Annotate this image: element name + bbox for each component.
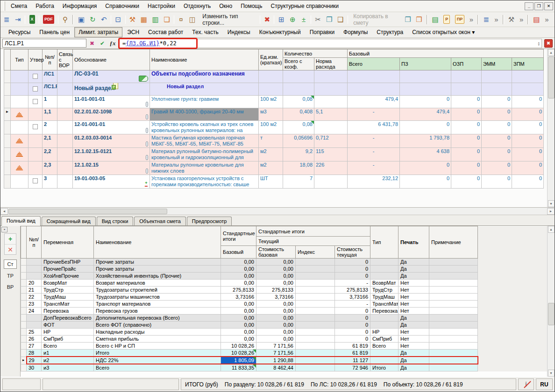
- restore-button[interactable]: ❐: [534, 2, 543, 10]
- cell-qty[interactable]: 0,05696: [283, 134, 314, 148]
- toolbar-overflow-chevron[interactable]: »: [493, 14, 502, 25]
- cell-zpm[interactable]: 0: [512, 148, 544, 161]
- formula-cancel-icon[interactable]: ✖: [87, 39, 97, 48]
- cell-unit[interactable]: т: [259, 134, 283, 148]
- cell-type[interactable]: [11, 121, 28, 134]
- cell-cost-current[interactable]: 72 946: [335, 364, 370, 371]
- cell-num[interactable]: 2,1: [43, 134, 57, 148]
- scroll-down-icon[interactable]: ▼: [548, 200, 555, 207]
- cell-num[interactable]: 1,1: [43, 108, 57, 121]
- cell-cost-base[interactable]: 0,00: [256, 301, 296, 308]
- header-num[interactable]: №п/п: [43, 49, 57, 70]
- cell-qty[interactable]: 18,08: [283, 161, 314, 175]
- header-code[interactable]: Обоснование: [73, 49, 150, 70]
- cell-variable[interactable]: Перевозка: [42, 308, 94, 315]
- scroll-right-icon[interactable]: ►: [547, 208, 555, 215]
- cell-variable[interactable]: ХозИнвПрочие: [42, 273, 94, 280]
- view-tab-full[interactable]: Полный вид: [1, 216, 41, 226]
- cell-pz[interactable]: [400, 70, 451, 83]
- header-approve[interactable]: Утвер: [28, 49, 43, 70]
- cell-variable[interactable]: ДопПеревозкаВсего: [42, 315, 94, 322]
- cell-num[interactable]: 2: [43, 121, 57, 134]
- cell-note[interactable]: [429, 364, 478, 371]
- pdf-export-icon[interactable]: PDF: [42, 14, 58, 25]
- cell-variable[interactable]: Всего: [42, 343, 94, 350]
- totals-row[interactable]: ► 29 и2 НДС 22% 1 805,09 1 290,88 11 127…: [21, 357, 548, 364]
- header-index[interactable]: Индекс: [296, 246, 335, 259]
- cell-name[interactable]: Уплотнение грунта: гравием: [150, 96, 259, 108]
- header-emm[interactable]: ЭММ: [482, 58, 512, 70]
- cell-approve[interactable]: [28, 96, 43, 108]
- cell-cost-current[interactable]: 0: [335, 322, 370, 329]
- cell-num[interactable]: [27, 315, 42, 322]
- estimate-row[interactable]: 3 19-01-003-05 Установка газогорелочных …: [4, 175, 544, 189]
- cell-norm[interactable]: [314, 70, 348, 83]
- cell-code[interactable]: 11-01-001-01: [73, 96, 150, 108]
- cell-num[interactable]: 21: [27, 287, 42, 294]
- cell-pz[interactable]: 0: [400, 161, 451, 175]
- cell-index[interactable]: [296, 336, 335, 343]
- paste-fragment-icon[interactable]: ❒: [415, 14, 426, 25]
- estimate-row[interactable]: 2,3 12.1.02.15 Материалы рулонные кровел…: [4, 161, 544, 175]
- side-tab-vr[interactable]: ВР: [5, 283, 16, 291]
- cell-norm[interactable]: [314, 83, 348, 96]
- cell-name[interactable]: Транспорт материалов: [94, 301, 221, 308]
- cell-type[interactable]: [11, 148, 28, 161]
- cell-vor[interactable]: [57, 96, 73, 108]
- approve-checkbox[interactable]: [33, 86, 38, 91]
- cell-cost-current[interactable]: 11 127: [335, 357, 370, 364]
- totals-row[interactable]: 26 СмПриб Сметная прибыль 0,00 0,00 0 См…: [21, 336, 548, 343]
- estimate-row[interactable]: ЛС1 ЛС-03-01 Объекты подсобного назначен…: [4, 70, 544, 83]
- cell-cost-base[interactable]: 8 462,44: [256, 364, 296, 371]
- cell-type[interactable]: [11, 175, 28, 189]
- excel-export-icon[interactable]: X: [28, 14, 39, 25]
- cell-ozp[interactable]: 0: [451, 134, 482, 148]
- books-icon[interactable]: ▤: [532, 14, 544, 25]
- cell-ozp[interactable]: 0: [451, 148, 482, 161]
- cell-type[interactable]: [11, 96, 28, 108]
- cell-print[interactable]: Да: [398, 315, 429, 322]
- cell-cost-base[interactable]: 7 171,56: [256, 350, 296, 357]
- cell-type[interactable]: [11, 134, 28, 148]
- templates-icon[interactable]: ≣: [482, 14, 493, 25]
- main-vertical-scrollbar[interactable]: ▲ ▼: [547, 49, 555, 207]
- header-base[interactable]: Базовый: [221, 246, 256, 259]
- cell-qty[interactable]: [283, 83, 314, 96]
- cell-tip[interactable]: [370, 273, 398, 280]
- totals-row[interactable]: 20 ВозврМат Возврат материалов 0,00 0,00…: [21, 280, 548, 287]
- cell-norm[interactable]: [314, 96, 348, 108]
- cell-cost-base[interactable]: 0,00: [256, 280, 296, 287]
- cell-ozp[interactable]: 0: [451, 175, 482, 189]
- cell-index[interactable]: [296, 287, 335, 294]
- cell-index[interactable]: [296, 329, 335, 336]
- cell-name[interactable]: Мастика битумная кровельная горячая МБКГ…: [150, 134, 259, 148]
- cell-note[interactable]: [429, 280, 478, 287]
- approve-checkbox[interactable]: [33, 74, 38, 79]
- cell-norm[interactable]: [314, 121, 348, 134]
- cell-variable[interactable]: ПрочиеБезПНР: [42, 259, 94, 266]
- cell-print[interactable]: Нет: [398, 343, 429, 350]
- header-cost-base[interactable]: Стоимость базовая: [256, 246, 296, 259]
- cell-name[interactable]: Всего с НР и СП: [94, 343, 221, 350]
- cell-num[interactable]: [27, 273, 42, 280]
- unlock-cell-icon[interactable]: ⊡: [114, 14, 125, 25]
- estimate-row[interactable]: ЛС1.Р1 Новый раздел Новый раздел: [4, 83, 544, 96]
- header-unit[interactable]: Ед.изм. (краткая): [259, 49, 283, 70]
- minimize-button[interactable]: _: [525, 2, 534, 10]
- cell-cost-current[interactable]: 0: [335, 259, 370, 266]
- cell-emm[interactable]: 0: [482, 108, 512, 121]
- cell-zpm[interactable]: 0: [512, 108, 544, 121]
- cell-name[interactable]: Прочие затраты: [94, 259, 221, 266]
- comment-icon[interactable]: ❏: [163, 14, 174, 25]
- cell-print[interactable]: Нет: [398, 308, 429, 315]
- cell-base-total[interactable]: [348, 70, 400, 83]
- cell-note[interactable]: [429, 357, 478, 364]
- cell-pz[interactable]: 0: [400, 96, 451, 108]
- cell-vor[interactable]: [57, 148, 73, 161]
- cell-base[interactable]: 10 028,26: [221, 350, 256, 357]
- estimate-row[interactable]: 2,1 01.2.03.03-0014 Мастика битумная кро…: [4, 134, 544, 148]
- cell-tip[interactable]: ТрудМаш: [370, 294, 398, 301]
- cell-approve[interactable]: [28, 108, 43, 121]
- cell-approve[interactable]: [28, 134, 43, 148]
- save-icon[interactable]: ▣: [77, 14, 89, 25]
